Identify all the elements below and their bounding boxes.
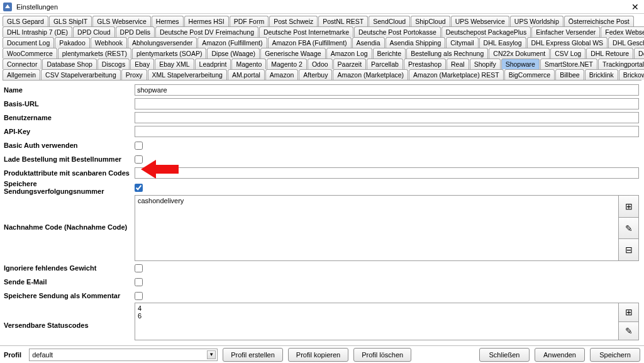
tab-gls-gepard[interactable]: GLS Gepard: [3, 16, 48, 26]
tab-pakadoo[interactable]: Pakadoo: [55, 37, 89, 48]
tab-prestashop[interactable]: Prestashop: [404, 59, 446, 69]
tab-deutsche-post-internetmarke[interactable]: Deutsche Post Internetmarke: [259, 26, 353, 37]
tab-dhl-express-global-ws[interactable]: DHL Express Global WS: [527, 37, 608, 48]
tab-leadprint[interactable]: Leadprint: [195, 59, 231, 69]
tab-dpd-cloud[interactable]: DPD Cloud: [73, 26, 115, 37]
tab-fedex-webservice[interactable]: Fedex Webservice: [601, 26, 644, 37]
tab-allgemein[interactable]: Allgemein: [3, 69, 40, 80]
tab-citymail[interactable]: Citymail: [446, 37, 478, 48]
tab-deutsche-post-dv-freimachung[interactable]: Deutsche Post DV Freimachung: [155, 26, 258, 37]
tab-amazon-marketplace-rest[interactable]: Amazon (Marketplace) REST: [409, 69, 504, 80]
tab-dhl-easylog[interactable]: DHL Easylog: [479, 37, 526, 48]
tab-gls-webservice[interactable]: GLS Webservice: [92, 16, 151, 26]
tab-connector[interactable]: Connector: [3, 59, 42, 69]
add-icon[interactable]: ⊞: [619, 303, 638, 322]
speichern-button[interactable]: Speichern: [590, 348, 640, 362]
tab-deutsche-post-portokasse[interactable]: Deutsche Post Portokasse: [354, 26, 441, 37]
tab-paarzeit[interactable]: Paarzeit: [333, 59, 367, 69]
tab-document-log[interactable]: Document Log: [3, 37, 54, 48]
tab-ups-webservice[interactable]: UPS Webservice: [451, 16, 509, 26]
tab-real[interactable]: Real: [447, 59, 469, 69]
produktattribute-input[interactable]: [135, 167, 639, 179]
tab-database-shop[interactable]: Database Shop: [42, 59, 96, 69]
tab-dhl-intraship-7-de-[interactable]: DHL Intraship 7 (DE): [3, 26, 72, 37]
tab-bricklink[interactable]: Bricklink: [585, 69, 618, 80]
speichere-sv-checkbox[interactable]: [135, 184, 143, 192]
tab-webhook[interactable]: Webhook: [91, 37, 127, 48]
basic-auth-checkbox[interactable]: [135, 142, 143, 150]
tab-gls-shipit[interactable]: GLS ShipIT: [49, 16, 92, 26]
tab-dhl-retoure[interactable]: DHL Retoure: [586, 48, 633, 59]
tab-xml-stapelverarbeitung[interactable]: XML Stapelverarbeitung: [148, 69, 227, 80]
tab-afterbuy[interactable]: Afterbuy: [299, 69, 332, 80]
tab-shopware[interactable]: Shopware: [501, 59, 540, 69]
tab-berichte[interactable]: Berichte: [373, 48, 406, 59]
close-icon[interactable]: ✕: [629, 1, 641, 13]
tab-hermes[interactable]: Hermes: [152, 16, 184, 26]
tab-trackingportal[interactable]: Trackingportal: [598, 59, 644, 69]
tab-document-downloader[interactable]: Document Downloader: [634, 48, 644, 59]
remove-icon[interactable]: ⊟: [619, 239, 638, 260]
profil-erstellen-button[interactable]: Profil erstellen: [223, 348, 283, 362]
profil-kopieren-button[interactable]: Profil kopieren: [288, 348, 348, 362]
tab-amazon[interactable]: Amazon: [265, 69, 299, 80]
tab-smartstore-net[interactable]: SmartStore.NET: [540, 59, 597, 69]
tab--sterreichische-post[interactable]: Österreichische Post: [564, 16, 634, 26]
statuscodes-listbox[interactable]: 4 6 ⊞ ✎: [135, 303, 639, 340]
tab-ebay-xml[interactable]: Ebay XML: [155, 59, 194, 69]
tab-csv-stapelverarbeitung[interactable]: CSV Stapelverarbeitung: [41, 69, 121, 80]
nachnahme-listbox[interactable]: cashondelivery ⊞ ✎ ⊟: [135, 195, 639, 261]
tab-pdf-form[interactable]: PDF Form: [230, 16, 269, 26]
tab-parcellab[interactable]: Parcellab: [367, 59, 403, 69]
tab-generische-waage[interactable]: Generische Waage: [260, 48, 326, 59]
tab-plentymarkets-rest-[interactable]: plentymarkets (REST): [58, 48, 131, 59]
tab-asendia[interactable]: Asendia: [352, 37, 385, 48]
tab-brickowl[interactable]: Brickowl: [619, 69, 644, 80]
tab-post-schweiz[interactable]: Post Schweiz: [269, 16, 318, 26]
tab-hermes-hsi[interactable]: Hermes HSI: [184, 16, 229, 26]
tab-bestellung-als-rechnung[interactable]: Bestellung als Rechnung: [406, 48, 488, 59]
add-icon[interactable]: ⊞: [619, 196, 638, 218]
tab-billbee[interactable]: Billbee: [555, 69, 584, 80]
tab-ebay[interactable]: Ebay: [130, 59, 154, 69]
tab-amazon-fulfillment-[interactable]: Amazon (Fulfillment): [197, 37, 267, 48]
tab-deutschepost-packageplus[interactable]: Deutschepost PackagePlus: [441, 26, 531, 37]
tab-amazon-fba-fulfillment-[interactable]: Amazon FBA (Fulfillment): [268, 37, 352, 48]
tab-amazon-log[interactable]: Amazon Log: [326, 48, 372, 59]
tab-woocommerce[interactable]: WooCommerce: [3, 48, 57, 59]
tab-magento-2[interactable]: Magento 2: [267, 59, 307, 69]
tab-shipcloud[interactable]: ShipCloud: [411, 16, 450, 26]
tab-postnl-rest[interactable]: PostNL REST: [318, 16, 368, 26]
edit-icon[interactable]: ✎: [619, 322, 638, 340]
name-input[interactable]: [135, 84, 639, 96]
tab-discogs[interactable]: Discogs: [97, 59, 130, 69]
profil-loeschen-button[interactable]: Profil löschen: [353, 348, 411, 362]
speichere-kommentar-checkbox[interactable]: [135, 292, 143, 300]
tab-amazon-marketplace-[interactable]: Amazon (Marketplace): [333, 69, 408, 80]
anwenden-button[interactable]: Anwenden: [535, 348, 585, 362]
tab-dpd-delis[interactable]: DPD Delis: [116, 26, 155, 37]
schliessen-button[interactable]: Schließen: [479, 348, 530, 362]
tab-bigcommerce[interactable]: BigCommerce: [504, 69, 555, 80]
tab-asendia-shipping[interactable]: Asendia Shipping: [386, 37, 446, 48]
tab-einfacher-versender[interactable]: Einfacher Versender: [531, 26, 600, 37]
tab-dhl-gesch-ftskundenversand[interactable]: DHL Geschäftskundenversand: [608, 37, 644, 48]
tab-dipse-waage-[interactable]: Dipse (Waage): [207, 48, 260, 59]
tab-csv-log[interactable]: CSV Log: [550, 48, 586, 59]
tab-odoo[interactable]: Odoo: [308, 59, 333, 69]
profil-dropdown[interactable]: default ▼: [29, 349, 218, 361]
tab-abholungsversender[interactable]: Abholungsversender: [128, 37, 197, 48]
tab-am-portal[interactable]: AM.portal: [228, 69, 265, 80]
tab-proxy[interactable]: Proxy: [121, 69, 147, 80]
sende-email-checkbox[interactable]: [135, 278, 143, 286]
lade-bestellung-checkbox[interactable]: [135, 155, 143, 164]
ignoriere-gewicht-checkbox[interactable]: [135, 264, 143, 272]
tab-sendcloud[interactable]: SendCloud: [369, 16, 410, 26]
edit-icon[interactable]: ✎: [619, 218, 638, 240]
tab-ups-worldship[interactable]: UPS Worldship: [510, 16, 564, 26]
apikey-input[interactable]: [135, 126, 639, 137]
tab-cn22x-dokument[interactable]: CN22x Dokument: [489, 48, 550, 59]
tab-plentymarkets-soap-[interactable]: plentymarkets (SOAP): [132, 48, 206, 59]
tab-shopify[interactable]: Shopify: [470, 59, 501, 69]
username-input[interactable]: [135, 112, 639, 123]
